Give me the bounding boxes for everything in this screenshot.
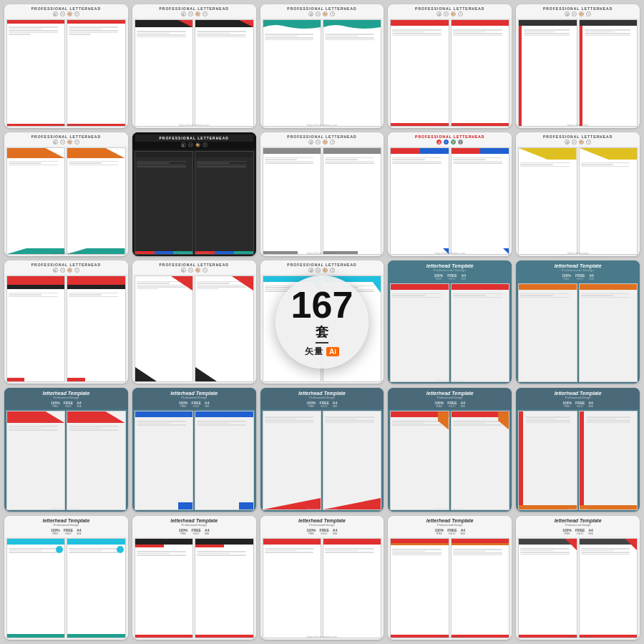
doc-15a (518, 283, 577, 383)
card-21[interactable]: letterhead Template Professional Design … (4, 516, 128, 640)
doc-5a (518, 19, 577, 127)
card-19[interactable]: letterhead Template Professional Design … (388, 388, 512, 512)
card-1-title: PROFESSIONAL LETTERHEAD (31, 6, 101, 11)
card-18-stats: 100%FREE FREEFULLY A4SIZE (307, 401, 338, 408)
doc-15b (579, 283, 638, 383)
card-2[interactable]: PROFESSIONAL LETTERHEAD 🖨 ✏ 🎨 T (132, 4, 256, 128)
doc-14a (390, 283, 449, 383)
card-11[interactable]: PROFESSIONAL LETTERHEAD 🖨 ✏ 🎨 T (4, 260, 128, 384)
doc-23a (263, 538, 321, 638)
card-18[interactable]: letterhead Template Professional Design … (260, 388, 384, 512)
card-19-stats: 100%FREE FREEFULLY A4SIZE (434, 401, 465, 408)
card-17-header: letterhead Template Professional Design … (132, 388, 256, 409)
card-13-title: PROFESSIONAL LETTERHEAD (287, 263, 356, 267)
svg-marker-7 (135, 367, 157, 381)
card-15-header: letterhead Template Professional Design … (516, 260, 640, 282)
card-2-body (132, 18, 256, 128)
doc-2a (135, 19, 193, 127)
card-2-title: PROFESSIONAL LETTERHEAD (160, 6, 229, 11)
card-10-body (516, 146, 640, 256)
doc-9a (390, 147, 449, 255)
card-13-icons: 🖨 ✏ 🎨 T (308, 268, 335, 273)
card-20-subtitle: Professional Design (565, 396, 591, 399)
card-1-body (4, 18, 128, 128)
svg-marker-8 (232, 276, 253, 291)
card-6-title: PROFESSIONAL LETTERHEAD (31, 135, 101, 139)
card-12-icons: 🖨 ✏ 🎨 T (181, 268, 208, 273)
card-7[interactable]: PROFESSIONAL LETTERHEAD 🖨 ✏ 🎨 T (132, 132, 256, 256)
card-6[interactable]: PROFESSIONAL LETTERHEAD 🖨 ✏ 🎨 T (4, 132, 128, 256)
card-2-watermark: https://dcxw.taobao.com (179, 123, 210, 127)
card-25[interactable]: letterhead Template Professional Design … (516, 516, 640, 640)
card-24[interactable]: letterhead Template Professional Design … (388, 516, 512, 640)
badge-overlay: 167 套 矢量 Ai (275, 275, 369, 369)
card-15-stats: 100%FREE FREEFULLY A4SIZE (562, 273, 594, 280)
svg-marker-2 (67, 148, 125, 158)
card-11-icons: 🖨 ✏ 🎨 T (53, 268, 79, 273)
card-3[interactable]: PROFESSIONAL LETTERHEAD 🖨 ✏ 🎨 T (260, 4, 384, 128)
card-9-icons: 🖨 ✏ 🎨 T (436, 140, 463, 145)
card-20[interactable]: letterhead Template Professional Design … (516, 388, 640, 512)
doc-17b (195, 411, 253, 510)
card-14-watermark: https://dcxw.taobao.com (434, 379, 465, 382)
card-14-header: letterhead Template Professional Design … (388, 260, 512, 282)
card-3-watermark: https://dcxw.taobao.com (307, 123, 338, 127)
doc-11a (6, 275, 65, 383)
card-17[interactable]: letterhead Template Professional Design … (132, 388, 256, 512)
card-1[interactable]: PROFESSIONAL LETTERHEAD 🖨 ✏ 🎨 T (4, 4, 128, 128)
card-14-title: letterhead Template (426, 263, 474, 268)
card-20-header: letterhead Template Professional Design … (516, 388, 640, 409)
card-23-header: letterhead Template Professional Design … (260, 516, 384, 537)
card-10[interactable]: PROFESSIONAL LETTERHEAD 🖨 ✏ 🎨 T (516, 132, 640, 256)
card-15[interactable]: letterhead Template Professional Design … (516, 260, 640, 384)
card-12[interactable]: PROFESSIONAL LETTERHEAD 🖨 ✏ 🎨 T (132, 260, 256, 384)
card-5[interactable]: PROFESSIONAL LETTERHEAD 🖨 ✏ 🎨 T (516, 4, 640, 128)
badge-vector-label: 矢量 (305, 346, 323, 358)
doc-17a (135, 411, 193, 510)
badge-circle: 167 套 矢量 Ai (275, 275, 369, 369)
doc-11b (67, 275, 125, 383)
card-23[interactable]: letterhead Template Professional Design … (260, 516, 384, 640)
svg-marker-5 (580, 148, 637, 160)
card-2-icons: 🖨 ✏ 🎨 T (181, 11, 208, 16)
card-22-body (132, 537, 256, 640)
card-17-stats: 100%FREE FREEFULLY A4SIZE (179, 401, 210, 408)
card-4[interactable]: PROFESSIONAL LETTERHEAD 🖨 ✏ 🎨 T (388, 4, 512, 128)
card-15-subtitle: Professional Design (562, 268, 594, 272)
card-16[interactable]: letterhead Template Professional Design … (4, 388, 128, 512)
card-14-stats: 100%FREE FREEFULLY A4SIZE (434, 273, 466, 280)
card-9[interactable]: PROFESSIONAL LETTERHEAD 🖨 ✏ 🎨 T (388, 132, 512, 256)
doc-21b (67, 538, 125, 638)
doc-21a (6, 538, 65, 638)
card-1-watermark: https://dcxw.taobao.com (51, 123, 82, 127)
card-24-stats: 100%FREE FREEFULLY A4SIZE (434, 528, 465, 535)
svg-marker-4 (519, 148, 576, 160)
doc-6a (6, 147, 65, 255)
card-6-icons: 🖨 ✏ 🎨 T (53, 140, 79, 145)
card-21-title: letterhead Template (42, 518, 89, 523)
card-14[interactable]: letterhead Template Professional Design … (388, 260, 512, 384)
card-18-body (260, 409, 384, 512)
card-25-subtitle: Professional Design (565, 523, 591, 527)
card-24-body (388, 537, 512, 640)
doc-19b (451, 411, 509, 510)
card-20-stats: 100%FREE FREEFULLY A4SIZE (562, 401, 593, 408)
doc-22a (135, 538, 193, 638)
card-7-watermark: https://dcxw.taobao.com (179, 251, 210, 255)
doc-2b (195, 19, 253, 127)
card-25-body (516, 537, 640, 640)
card-7-body (132, 150, 256, 256)
svg-marker-10 (7, 411, 64, 423)
doc-22b (195, 538, 253, 638)
card-22[interactable]: letterhead Template Professional Design … (132, 516, 256, 640)
card-24-title: letterhead Template (426, 518, 474, 523)
card-8-header: PROFESSIONAL LETTERHEAD 🖨 ✏ 🎨 T (260, 132, 384, 146)
doc-9b (451, 147, 509, 255)
card-5-body (516, 18, 640, 128)
svg-marker-0 (7, 148, 64, 158)
card-8[interactable]: PROFESSIONAL LETTERHEAD 🖨 ✏ 🎨 T (260, 132, 384, 256)
card-7-header: PROFESSIONAL LETTERHEAD 🖨 ✏ 🎨 T (132, 132, 256, 150)
card-16-watermark: https://dcxw.taobao.com (51, 507, 82, 510)
card-5-header: PROFESSIONAL LETTERHEAD 🖨 ✏ 🎨 T (516, 4, 640, 18)
card-11-title: PROFESSIONAL LETTERHEAD (31, 263, 101, 267)
